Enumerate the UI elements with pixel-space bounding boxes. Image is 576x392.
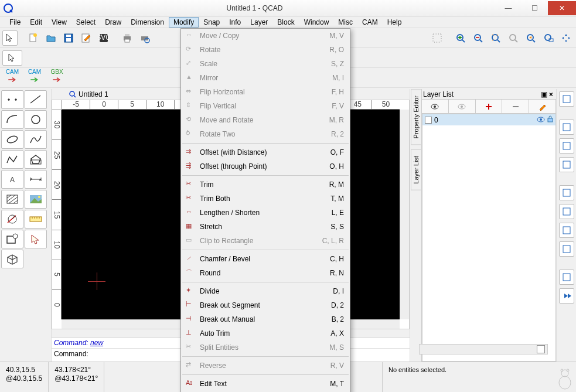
menu-item-trim[interactable]: ✂TrimR, M xyxy=(181,178,350,192)
grid-toggle-button[interactable] xyxy=(430,30,445,46)
svg-point-20 xyxy=(545,35,551,40)
3d-tool[interactable] xyxy=(1,250,23,268)
arc-tool[interactable] xyxy=(1,110,23,129)
menu-item-round[interactable]: ⌒RoundR, N xyxy=(181,266,350,280)
layer-show-all-button[interactable] xyxy=(422,100,449,113)
dock-icon[interactable]: ▣ xyxy=(541,90,547,98)
menu-item-break-out-segment[interactable]: ⊢Break out SegmentD, 2 xyxy=(181,298,350,312)
menu-item-edit-text[interactable]: AɪEdit TextM, T xyxy=(181,377,350,391)
cam-button-0[interactable]: CAM xyxy=(2,70,22,86)
layer-hide-all-button[interactable] xyxy=(449,100,476,113)
menu-item-shortcut: F, V xyxy=(332,102,344,110)
hatch-tool[interactable] xyxy=(1,190,23,209)
tab-layer-list[interactable]: Layer List xyxy=(411,149,421,190)
spline-tool[interactable] xyxy=(25,130,47,149)
layer-remove-button[interactable] xyxy=(502,100,529,113)
zoom-selection-button[interactable] xyxy=(506,30,521,46)
bottom-strip xyxy=(419,344,548,354)
menu-info[interactable]: Info xyxy=(224,17,246,28)
open-file-button[interactable] xyxy=(43,30,59,46)
menu-item-chamfer-bevel[interactable]: ⟋Chamfer / BevelC, H xyxy=(181,252,350,266)
zoom-auto-button[interactable] xyxy=(488,30,503,46)
cam-button-1[interactable]: CAM xyxy=(25,70,45,86)
blocks-icon[interactable] xyxy=(559,120,574,135)
menu-item-shortcut: D, I xyxy=(333,287,344,295)
menu-item-stretch[interactable]: ▦StretchS, S xyxy=(181,220,350,234)
menu-dimension[interactable]: Dimension xyxy=(126,17,169,28)
layer-visible-icon[interactable] xyxy=(537,116,545,124)
print-preview-button[interactable] xyxy=(137,30,152,46)
edit-file-button[interactable] xyxy=(79,30,94,46)
polyline-tool[interactable] xyxy=(1,150,23,169)
menu-select[interactable]: Select xyxy=(71,17,100,28)
svg-point-44 xyxy=(461,105,463,108)
menu-item-auto-trim[interactable]: ⊥Auto TrimA, X xyxy=(181,326,350,340)
menu-file[interactable]: File xyxy=(5,17,25,28)
zoom-previous-button[interactable] xyxy=(523,30,538,46)
menu-layer[interactable]: Layer xyxy=(246,17,272,28)
pan-button[interactable] xyxy=(558,30,574,46)
ellipse-tool[interactable] xyxy=(1,130,23,149)
vertical-scrollbar[interactable] xyxy=(400,110,409,319)
text-tool[interactable]: A xyxy=(1,170,23,189)
save-file-button[interactable] xyxy=(61,30,76,46)
zoom-out-button[interactable] xyxy=(471,30,486,46)
zoom-window-button[interactable] xyxy=(541,30,556,46)
image-tool[interactable] xyxy=(25,190,47,209)
menu-modify[interactable]: Modify xyxy=(169,17,199,28)
polygon-tool[interactable] xyxy=(25,150,47,169)
cam-button-2[interactable]: GBX xyxy=(47,70,67,86)
line-tool[interactable] xyxy=(25,90,47,109)
menu-snap[interactable]: Snap xyxy=(199,17,224,28)
script-icon[interactable] xyxy=(559,241,574,257)
menu-misc[interactable]: Misc xyxy=(333,17,357,28)
block-tool[interactable] xyxy=(1,230,23,248)
menu-item-label: Round xyxy=(200,269,325,277)
dimension-tool[interactable] xyxy=(25,170,47,189)
more-icon[interactable] xyxy=(559,288,574,304)
panel-close-icon[interactable]: × xyxy=(547,90,555,98)
pointer-tool-button[interactable] xyxy=(2,30,18,46)
minimize-button[interactable]: — xyxy=(495,1,522,15)
layer-edit-button[interactable] xyxy=(529,100,556,113)
menu-window[interactable]: Window xyxy=(299,17,334,28)
print-button[interactable] xyxy=(120,30,135,46)
new-file-button[interactable] xyxy=(26,30,41,46)
layers-icon[interactable] xyxy=(559,91,574,107)
menu-help[interactable]: Help xyxy=(383,17,407,28)
measure-tool[interactable] xyxy=(1,210,23,229)
ruler-tool[interactable] xyxy=(25,210,47,229)
list-icon[interactable] xyxy=(559,185,574,200)
bottom-strip-toggle[interactable] xyxy=(537,345,545,353)
menu-item-offset-with-distance-[interactable]: ⇉Offset (with Distance)O, F xyxy=(181,145,350,159)
layer-row[interactable]: 0 xyxy=(422,114,555,125)
menu-cam[interactable]: CAM xyxy=(357,17,383,28)
menu-item-divide[interactable]: ✶DivideD, I xyxy=(181,284,350,298)
menu-edit[interactable]: Edit xyxy=(25,17,47,28)
clipboard-icon[interactable] xyxy=(559,204,574,219)
menu-item-icon: Aɪ xyxy=(186,379,195,388)
close-button[interactable]: ✕ xyxy=(548,1,576,15)
layer-lock-icon[interactable] xyxy=(547,115,553,124)
pointer-tool-button-2[interactable] xyxy=(2,50,22,66)
point-tool[interactable] xyxy=(1,90,23,109)
zoom-in-button[interactable] xyxy=(453,30,468,46)
menu-view[interactable]: View xyxy=(47,17,71,28)
menu-item-offset-through-point-[interactable]: ⇶Offset (through Point)O, H xyxy=(181,159,350,173)
layer-add-button[interactable] xyxy=(476,100,503,113)
properties-icon[interactable] xyxy=(559,138,574,154)
menu-item-lengthen-shorten[interactable]: ↔Lengthen / ShortenL, E xyxy=(181,206,350,220)
menu-item-trim-both[interactable]: ✂Trim BothT, M xyxy=(181,192,350,206)
menu-item-shortcut: C, H xyxy=(330,255,344,263)
menu-draw[interactable]: Draw xyxy=(100,17,126,28)
window-icon[interactable] xyxy=(559,270,574,285)
library-icon[interactable] xyxy=(559,157,574,172)
maximize-button[interactable]: ☐ xyxy=(522,1,548,15)
select-tool[interactable] xyxy=(25,230,47,248)
circle-tool[interactable] xyxy=(25,110,47,129)
pen-icon[interactable] xyxy=(559,223,574,238)
tab-property-editor[interactable]: Property Editor xyxy=(411,89,421,145)
svg-export-button[interactable]: SVG xyxy=(96,30,111,46)
menu-item-break-out-manual[interactable]: ⊣Break out ManualB, 2 xyxy=(181,312,350,326)
menu-block[interactable]: Block xyxy=(272,17,299,28)
